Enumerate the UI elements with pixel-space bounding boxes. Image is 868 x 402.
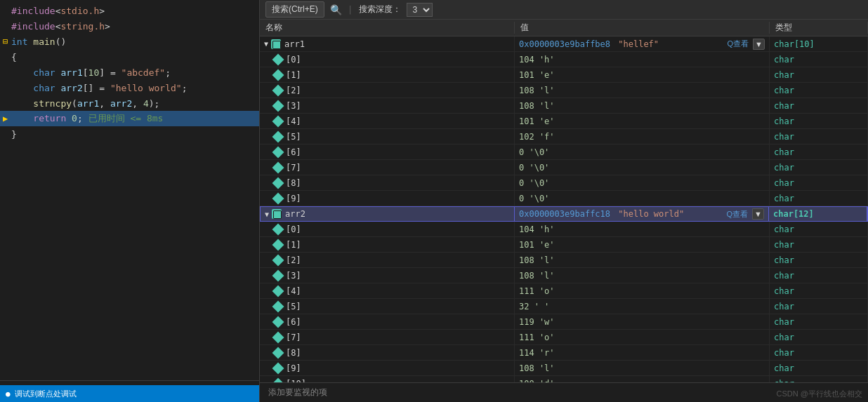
idx-name: [0] <box>286 225 301 234</box>
idx-name: [6] <box>286 317 301 327</box>
idx-name: [3] <box>286 101 301 111</box>
value-with-btn-arr1: 0x0000003e9baffbe8 "hellef" Q查看 ▼ <box>519 39 765 50</box>
code-line-7: strncpy(arr1, arr2, 4); <box>0 95 259 111</box>
var-icon-arr2 <box>272 209 282 219</box>
expand-icon-arr1[interactable]: ▼ <box>264 40 268 48</box>
idx-name: [4] <box>286 116 301 126</box>
idx-name: [2] <box>286 255 301 265</box>
type-arr2-3: char <box>770 268 868 283</box>
value-arr2-0: 104 'h' <box>515 222 770 236</box>
code-text-7: strncpy(arr1, arr2, 4); <box>11 98 159 109</box>
table-row: [1] 101 'e' char <box>260 237 868 253</box>
name-cell-arr2-0: [0] <box>260 222 515 236</box>
header-name: 名称 <box>260 22 515 34</box>
name-cell-arr1-7: [7] <box>260 160 515 175</box>
type-arr1-4: char <box>770 114 868 128</box>
value-arr2-7: 111 'o' <box>515 330 770 344</box>
watch-table[interactable]: ▼ arr1 0x0000003e9baffbe8 "hellef" Q查看 ▼… <box>260 36 868 382</box>
status-bar: ● 调试到断点处调试 <box>0 385 259 402</box>
add-watch-label[interactable]: 添加要监视的项 <box>268 387 327 398</box>
name-cell-arr2-10: [10] <box>260 376 515 382</box>
dropdown-arr2[interactable]: ▼ <box>752 208 764 220</box>
table-row: [3] 108 'l' char <box>260 268 868 283</box>
code-line-9: } <box>0 126 259 142</box>
separator: | <box>348 4 353 15</box>
name-cell-arr1-0: [0] <box>260 52 515 67</box>
code-line-8: ▶ return 0; 已用时间 <= 8ms <box>0 111 259 126</box>
value-arr2-4: 111 'o' <box>515 283 770 298</box>
type-arr2-6: char <box>770 314 868 329</box>
diamond-icon <box>272 254 284 266</box>
debug-status: ● 调试到断点处调试 <box>6 389 77 399</box>
table-row: [10] 100 'd' char <box>260 376 868 382</box>
diamond-icon <box>272 69 284 81</box>
table-row: [0] 104 'h' char <box>260 52 868 67</box>
value-arr2-2: 108 'l' <box>515 253 770 267</box>
code-text-2: #include<string.h> <box>11 21 110 32</box>
watch-toolbar: 搜索(Ctrl+E) 🔍 | 搜索深度： 3 1 2 4 5 <box>260 0 868 20</box>
diamond-icon <box>272 285 284 297</box>
idx-name: [9] <box>286 363 301 373</box>
search-btn-arr2[interactable]: Q查看 <box>725 209 750 220</box>
value-arr1-2: 108 'l' <box>515 83 770 98</box>
depth-select[interactable]: 3 1 2 4 5 <box>407 3 433 17</box>
value-arr1-8: 0 '\0' <box>515 175 770 190</box>
value-arr2-10: 100 'd' <box>515 376 770 382</box>
type-arr1-2: char <box>770 83 868 98</box>
table-row: [1] 101 'e' char <box>260 67 868 83</box>
value-arr1-1: 101 'e' <box>515 67 770 82</box>
var-icon-arr1 <box>271 39 281 49</box>
search-button[interactable]: 搜索(Ctrl+E) <box>265 1 324 18</box>
depth-label: 搜索深度： <box>359 4 401 15</box>
type-arr1-1: char <box>770 67 868 82</box>
type-arr2-10: char <box>770 376 868 382</box>
type-arr2-7: char <box>770 330 868 344</box>
idx-name: [4] <box>286 286 301 296</box>
idx-name: [5] <box>286 132 301 142</box>
table-row: [3] 108 'l' char <box>260 98 868 114</box>
table-header: 名称 值 类型 <box>260 20 868 36</box>
name-cell-arr1-4: [4] <box>260 114 515 128</box>
idx-name: [8] <box>286 178 301 188</box>
table-row: [2] 108 'l' char <box>260 83 868 98</box>
idx-name: [3] <box>286 271 301 281</box>
diamond-icon <box>272 269 284 281</box>
value-arr1-6: 0 '\0' <box>515 145 770 159</box>
watermark: CSDN @平行线也会相交 <box>777 389 862 399</box>
name-cell-arr1: ▼ arr1 <box>260 36 515 51</box>
value-arr1-3: 108 'l' <box>515 98 770 113</box>
code-text-8: return 0; 已用时间 <= 8ms <box>11 112 163 125</box>
value-arr2-9: 108 'l' <box>515 361 770 375</box>
type-arr2-2: char <box>770 253 868 267</box>
table-row[interactable]: ▼ arr1 0x0000003e9baffbe8 "hellef" Q查看 ▼… <box>260 36 868 52</box>
diamond-icon <box>272 115 284 127</box>
table-row: [8] 114 'r' char <box>260 345 868 361</box>
value-arr2-1: 101 'e' <box>515 237 770 252</box>
value-arr1-9: 0 '\0' <box>515 191 770 206</box>
code-line-1: #include<stdio.h> <box>0 3 259 18</box>
name-cell-arr2-1: [1] <box>260 237 515 252</box>
idx-name: [9] <box>286 194 301 203</box>
name-cell-arr2-5: [5] <box>260 299 515 314</box>
value-addr-arr1: 0x0000003e9baffbe8 <box>519 39 610 49</box>
type-arr2-9: char <box>770 361 868 375</box>
name-cell-arr1-2: [2] <box>260 83 515 98</box>
idx-name: [1] <box>286 240 301 250</box>
idx-name: [2] <box>286 86 301 95</box>
value-arr1-0: 104 'h' <box>515 52 770 67</box>
code-text-6: char arr2[] = "hello world"; <box>11 83 187 93</box>
table-row: [5] 102 'f' char <box>260 129 868 145</box>
code-text-5: char arr1[10] = "abcdef"; <box>11 67 171 78</box>
header-value: 值 <box>515 22 770 34</box>
search-btn-arr1[interactable]: Q查看 <box>726 39 751 49</box>
code-line-3: ⊟ int main() <box>0 34 259 49</box>
table-row: [5] 32 ' ' char <box>260 299 868 314</box>
type-arr1-7: char <box>770 160 868 175</box>
code-text-1: #include<stdio.h> <box>11 6 105 16</box>
idx-name: [6] <box>286 147 301 157</box>
table-row-arr2[interactable]: ▼ arr2 0x0000003e9baffc18 "hello world" … <box>260 206 868 222</box>
value-str-arr1: "hellef" <box>613 39 659 49</box>
expand-icon-arr2[interactable]: ▼ <box>265 210 269 218</box>
header-type: 类型 <box>770 22 868 34</box>
dropdown-arr1[interactable]: ▼ <box>753 39 765 50</box>
